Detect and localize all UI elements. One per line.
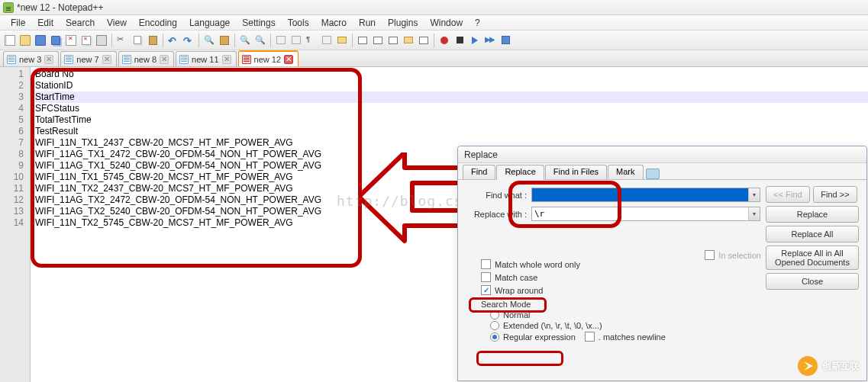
document-tab[interactable]: new 7✕	[60, 51, 116, 66]
menu-run[interactable]: Run	[353, 16, 382, 30]
replace-history-dropdown[interactable]: ▾	[748, 207, 760, 220]
tab-label: new 11	[192, 55, 218, 64]
close-file-button[interactable]	[64, 34, 78, 47]
match-case-checkbox[interactable]	[481, 272, 491, 282]
folder-ws-button[interactable]	[402, 34, 415, 47]
tab-close-button[interactable]: ✕	[160, 55, 169, 64]
watermark-logo-icon	[798, 356, 818, 376]
menu-bar: FileEditSearchViewEncodingLanguageSettin…	[0, 15, 868, 30]
watermark-logo-text: 创新互联	[822, 360, 859, 373]
matches-newline-checkbox[interactable]	[585, 332, 595, 342]
find-what-input[interactable]	[531, 188, 760, 202]
find-prev-button[interactable]: << Find	[766, 186, 810, 203]
menu-edit[interactable]: Edit	[31, 16, 60, 30]
close-button[interactable]: Close	[766, 273, 859, 290]
close-all-button[interactable]	[79, 34, 93, 47]
search-mode-radio-extended[interactable]	[490, 321, 499, 330]
save-button[interactable]	[34, 34, 47, 47]
match-case-label: Match case	[495, 273, 537, 282]
replace-all-open-button[interactable]: Replace All in All Opened Documents	[766, 246, 859, 270]
tab-label: new 7	[76, 55, 98, 64]
open-file-button[interactable]	[18, 34, 32, 47]
replace-all-button[interactable]: Replace All	[766, 226, 859, 242]
app-icon	[3, 2, 14, 13]
search-mode-radio-normal[interactable]	[490, 310, 499, 319]
paste-button[interactable]	[146, 34, 160, 47]
copy-button[interactable]	[131, 34, 144, 47]
menu-encoding[interactable]: Encoding	[133, 16, 183, 30]
lang-button[interactable]	[335, 34, 349, 47]
line-gutter: 1234567891011121314	[0, 67, 31, 382]
doc-list-button[interactable]	[371, 34, 385, 47]
search-mode-radio-regex[interactable]	[490, 332, 499, 342]
document-tabs: new 3✕new 7✕new 8✕new 11✕new 12✕	[0, 50, 868, 67]
tab-close-button[interactable]: ✕	[44, 55, 53, 64]
play-macro-button[interactable]	[468, 34, 482, 47]
dialog-tabs: FindReplaceFind in FilesMark	[458, 163, 866, 180]
menu-window[interactable]: Window	[424, 16, 469, 30]
doc-map-button[interactable]	[356, 34, 369, 47]
record-macro-button[interactable]	[437, 34, 451, 47]
wrap-around-checkbox[interactable]: ✓	[481, 285, 491, 295]
menu-file[interactable]: File	[5, 16, 31, 30]
dialog-tab-find-in-files[interactable]: Find in Files	[545, 165, 607, 179]
tab-label: new 12	[254, 55, 281, 64]
document-tab[interactable]: new 8✕	[118, 51, 174, 66]
undo-button[interactable]: ↶	[166, 34, 180, 47]
find-what-label: Find what :	[466, 191, 531, 200]
show-chars-button[interactable]: ¶	[305, 34, 318, 47]
title-bar: *new 12 - Notepad++	[0, 0, 868, 15]
monitor-button[interactable]	[417, 34, 431, 47]
menu-search[interactable]: Search	[60, 16, 101, 30]
document-tab[interactable]: new 12✕	[238, 50, 298, 66]
menu-settings[interactable]: Settings	[236, 16, 281, 30]
save-macro-button[interactable]	[499, 34, 512, 47]
dialog-title: Replace	[458, 146, 866, 163]
find-history-dropdown[interactable]: ▾	[748, 188, 760, 201]
dialog-tab-replace[interactable]: Replace	[496, 165, 544, 180]
dialog-tab-find[interactable]: Find	[463, 165, 495, 179]
replace-button[interactable]: Replace	[766, 206, 859, 223]
in-selection-checkbox[interactable]	[705, 250, 715, 260]
print-button[interactable]	[95, 34, 108, 47]
menu-language[interactable]: Language	[183, 16, 236, 30]
save-all-button[interactable]	[49, 34, 63, 47]
replace-button[interactable]	[218, 34, 231, 47]
func-list-button[interactable]	[386, 34, 400, 47]
sync-v-button[interactable]	[274, 34, 288, 47]
menu-view[interactable]: View	[101, 16, 133, 30]
in-selection-label: In selection	[718, 251, 761, 260]
file-icon	[7, 55, 16, 64]
match-whole-word-checkbox[interactable]	[481, 259, 491, 269]
search-mode-label-normal: Normal	[503, 310, 530, 319]
zoom-in-button[interactable]: 🔍	[238, 34, 252, 47]
wrap-around-label: Wrap around	[495, 286, 543, 295]
document-tab[interactable]: new 3✕	[3, 51, 59, 66]
document-tab[interactable]: new 11✕	[176, 51, 236, 66]
file-icon	[122, 55, 131, 64]
tab-close-button[interactable]: ✕	[102, 55, 111, 64]
stop-macro-button[interactable]	[453, 34, 466, 47]
tab-close-button[interactable]: ✕	[284, 55, 293, 64]
word-wrap-button[interactable]	[289, 34, 303, 47]
zoom-out-button[interactable]: 🔍	[253, 34, 267, 47]
dialog-extra-icon	[646, 169, 660, 179]
cut-button[interactable]: ✂	[115, 34, 129, 47]
find-button[interactable]: 🔍	[202, 34, 216, 47]
dialog-body: Find what : ▾ Replace with : ▾ << Find F…	[458, 180, 866, 349]
menu-plugins[interactable]: Plugins	[382, 16, 424, 30]
dialog-tab-mark[interactable]: Mark	[608, 165, 643, 179]
menu-[interactable]: ?	[469, 16, 486, 30]
play-multi-button[interactable]: ▶▶	[483, 34, 497, 47]
indent-guide-button[interactable]	[320, 34, 334, 47]
menu-macro[interactable]: Macro	[315, 16, 353, 30]
matches-newline-label: . matches newline	[599, 332, 666, 342]
find-next-button[interactable]: Find >>	[813, 186, 857, 203]
new-file-button[interactable]	[3, 34, 17, 47]
toolbar: ✂ ↶ ↷ 🔍 🔍 🔍 ¶ ▶▶	[0, 30, 868, 50]
search-mode-label-extended: Extended (\n, \r, \t, \0, \x...)	[503, 321, 602, 330]
tab-close-button[interactable]: ✕	[222, 55, 231, 64]
replace-with-input[interactable]	[531, 207, 760, 221]
menu-tools[interactable]: Tools	[282, 16, 315, 30]
redo-button[interactable]: ↷	[182, 34, 195, 47]
